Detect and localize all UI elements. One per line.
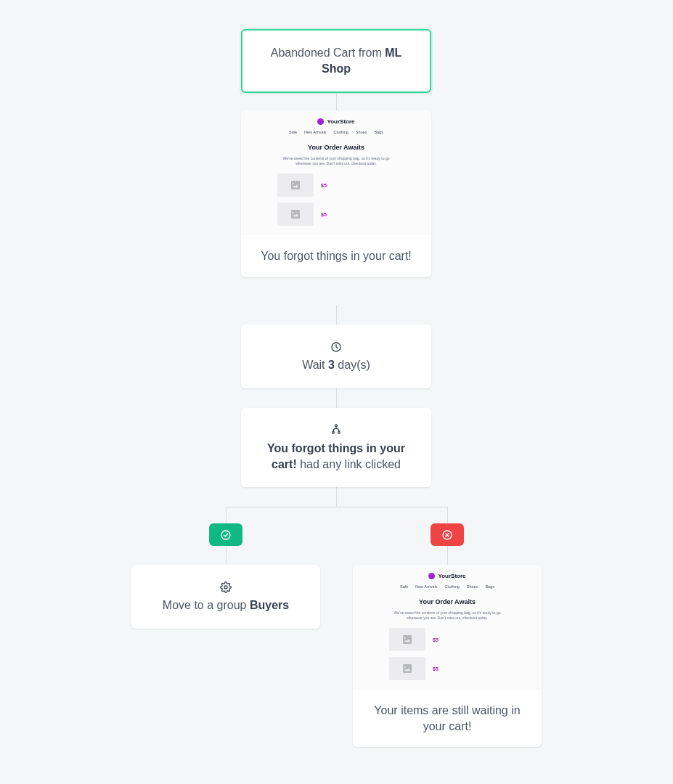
nav-item: New Arrivals <box>304 130 327 134</box>
preview-item: $5 <box>277 173 395 197</box>
wait-prefix: Wait <box>302 359 328 371</box>
trigger-label: Abandoned Cart from ML Shop <box>256 45 417 76</box>
preview-header: YourStore <box>317 118 354 125</box>
action-node-move-group[interactable]: Move to a group Buyers <box>131 565 320 629</box>
branch-no-badge <box>431 523 464 546</box>
preview-item: $5 <box>389 628 505 651</box>
email-node-2[interactable]: YourStore Sale New Arrivals Clothing Sho… <box>353 565 542 747</box>
preview-price: $5 <box>321 183 327 188</box>
condition-label: You forgot things in your cart! had any … <box>254 441 418 472</box>
preview-header: YourStore <box>428 573 465 579</box>
gear-icon <box>220 581 232 593</box>
store-brand: YourStore <box>327 118 354 125</box>
svg-point-4 <box>221 531 230 539</box>
preview-body: We've saved the contents of your shoppin… <box>393 611 502 620</box>
email-preview: YourStore Sale New Arrivals Clothing Sho… <box>353 565 542 690</box>
preview-item: $5 <box>389 657 505 680</box>
preview-price: $5 <box>321 212 327 217</box>
trigger-prefix: Abandoned Cart from <box>271 46 385 59</box>
clock-icon <box>330 341 342 353</box>
email-preview: YourStore Sale New Arrivals Clothing Sho… <box>241 110 431 235</box>
preview-headline: Your Order Awaits <box>308 144 364 151</box>
check-circle-icon <box>220 529 232 541</box>
nav-item: Bags <box>485 584 494 589</box>
preview-body-line: Don't miss out, checkout today. <box>438 616 488 620</box>
preview-items: $5 $5 <box>277 173 395 226</box>
image-placeholder-icon <box>277 203 314 226</box>
image-placeholder-icon <box>277 173 314 197</box>
preview-nav: Sale New Arrivals Clothing Shoes Bags <box>400 584 494 589</box>
nav-item: Shoes <box>356 130 367 134</box>
wait-label: Wait 3 day(s) <box>302 359 370 372</box>
action-prefix: Move to a group <box>163 599 250 611</box>
nav-item: New Arrivals <box>415 584 438 589</box>
nav-item: Sale <box>289 130 297 134</box>
x-circle-icon <box>441 529 453 541</box>
nav-item: Clothing <box>334 130 348 134</box>
image-placeholder-icon <box>389 628 425 651</box>
wait-suffix: day(s) <box>335 359 370 371</box>
image-placeholder-icon <box>389 657 425 680</box>
store-logo-icon <box>428 573 435 579</box>
trigger-node[interactable]: Abandoned Cart from ML Shop <box>241 29 431 93</box>
email-node-1[interactable]: YourStore Sale New Arrivals Clothing Sho… <box>241 110 431 277</box>
preview-price: $5 <box>433 666 439 671</box>
wait-days: 3 <box>328 359 335 371</box>
svg-point-8 <box>224 586 227 589</box>
preview-items: $5 $5 <box>389 628 505 680</box>
preview-item: $5 <box>277 203 395 226</box>
store-brand: YourStore <box>438 573 465 579</box>
store-logo-icon <box>317 118 324 125</box>
action-label: Move to a group Buyers <box>163 599 289 612</box>
nav-item: Sale <box>400 584 408 589</box>
preview-body-line: Don't miss out, checkout today. <box>327 161 377 166</box>
branch-icon <box>330 423 342 435</box>
condition-suffix: had any link clicked <box>297 458 401 470</box>
preview-headline: Your Order Awaits <box>419 598 476 605</box>
email-caption: Your items are still waiting in your car… <box>353 690 542 747</box>
email-caption: You forgot things in your cart! <box>241 235 431 277</box>
preview-price: $5 <box>433 637 439 642</box>
condition-node[interactable]: You forgot things in your cart! had any … <box>241 408 431 487</box>
nav-item: Clothing <box>445 584 460 589</box>
wait-node[interactable]: Wait 3 day(s) <box>241 324 431 388</box>
preview-nav: Sale New Arrivals Clothing Shoes Bags <box>289 130 383 134</box>
branch-yes-badge <box>209 523 242 546</box>
preview-body: We've saved the contents of your shoppin… <box>282 156 391 166</box>
nav-item: Shoes <box>467 584 478 589</box>
action-group-name: Buyers <box>250 599 289 611</box>
nav-item: Bags <box>374 130 383 134</box>
